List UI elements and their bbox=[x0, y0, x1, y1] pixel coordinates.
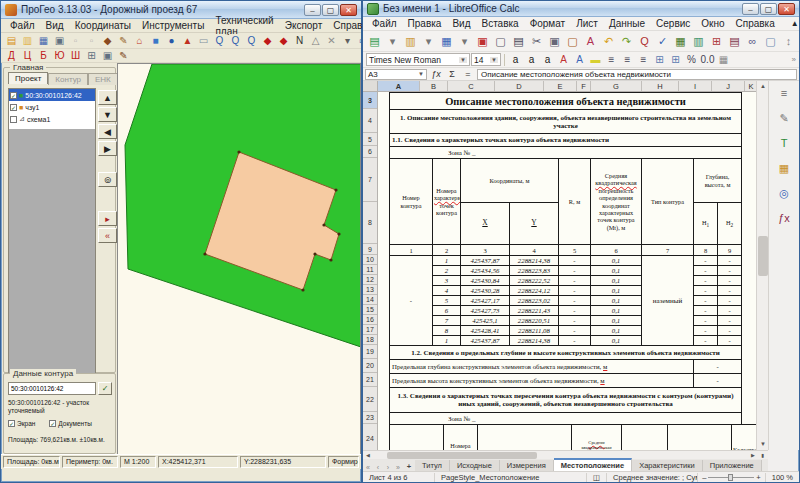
row-header-5[interactable]: 5 bbox=[363, 133, 377, 146]
doc-section-1-3[interactable]: 1.3. Сведения о характерных точках перес… bbox=[390, 388, 742, 413]
previous-sheet-icon[interactable]: ‹ bbox=[373, 464, 383, 471]
toolbar-icon[interactable]: ▦ bbox=[775, 160, 793, 176]
table-cell[interactable]: 2288224,12 bbox=[510, 286, 559, 296]
table-cell[interactable]: 425430,84 bbox=[461, 276, 510, 286]
table-cell[interactable]: 2 bbox=[433, 266, 461, 276]
toolbar-icon[interactable]: ▢ bbox=[492, 33, 509, 49]
toolbar-icon[interactable]: Д bbox=[4, 49, 19, 63]
status-page-style[interactable]: PageStyle_Местоположение bbox=[435, 473, 587, 482]
sheet-tab-Титул[interactable]: Титул bbox=[415, 460, 450, 471]
toolbar-icon[interactable]: ▢ bbox=[564, 33, 581, 49]
row-header-9[interactable]: 9 bbox=[363, 244, 377, 255]
toolbar-icon[interactable]: ◎ bbox=[775, 185, 793, 201]
toolbar-icon[interactable]: ≡ bbox=[775, 85, 793, 101]
toolbar-icon[interactable]: ▾ bbox=[384, 33, 401, 49]
map-nav-button[interactable]: ▸ bbox=[98, 211, 117, 226]
column-header-E[interactable]: E bbox=[544, 81, 577, 91]
vertex-point[interactable] bbox=[329, 258, 332, 261]
header2-depth-height[interactable]: Глубина, высота, м bbox=[668, 425, 732, 453]
table-cell[interactable]: 2288214,38 bbox=[510, 256, 559, 266]
header2-precision[interactable]: Средняя квадратическая погрешность опред… bbox=[572, 425, 622, 453]
toolbar-icon[interactable]: ▣ bbox=[474, 33, 491, 49]
table-cell[interactable]: - bbox=[559, 276, 591, 286]
row-header-8[interactable]: 8 bbox=[363, 202, 377, 244]
toolbar-icon[interactable]: ● bbox=[164, 34, 179, 48]
toolbar-icon[interactable]: ✎ bbox=[775, 110, 793, 126]
table-cell[interactable]: - bbox=[718, 326, 742, 336]
table-cell[interactable]: - bbox=[718, 316, 742, 326]
table-cell[interactable]: - bbox=[718, 266, 742, 276]
map-nav-button[interactable]: ▲ bbox=[98, 90, 117, 105]
row-header-16[interactable]: 16 bbox=[363, 315, 377, 325]
header-radius[interactable]: R, м bbox=[559, 159, 591, 245]
toolbar-icon[interactable]: Q bbox=[636, 33, 653, 49]
contour-number-input[interactable] bbox=[8, 382, 96, 395]
checkbox-icon[interactable] bbox=[10, 116, 17, 123]
toolbar-icon[interactable]: a bbox=[540, 53, 555, 67]
checkbox-icon[interactable]: ✓ bbox=[8, 420, 15, 427]
table-cell[interactable]: - bbox=[694, 276, 718, 286]
menu-item[interactable]: Справка bbox=[731, 18, 780, 29]
row-header-12[interactable]: 12 bbox=[363, 275, 377, 285]
toolbar-overflow-icon[interactable]: » bbox=[792, 55, 796, 64]
toolbar-icon[interactable]: ▦ bbox=[36, 34, 51, 48]
header2-contour-number[interactable]: Номер контура bbox=[390, 425, 444, 453]
table-cell[interactable]: 7 bbox=[433, 316, 461, 326]
vertex-point[interactable] bbox=[334, 188, 337, 191]
checkbox-icon[interactable]: ✓ bbox=[10, 92, 17, 99]
menu-item[interactable]: Вид bbox=[447, 18, 475, 29]
tab-project[interactable]: Проект bbox=[8, 72, 48, 84]
map-nav-button[interactable]: ▼ bbox=[98, 107, 117, 122]
table-cell[interactable]: - bbox=[718, 256, 742, 266]
select-all-corner[interactable] bbox=[363, 81, 378, 91]
header-h1[interactable]: Н1 bbox=[694, 203, 718, 245]
table-cell[interactable]: 0,1 bbox=[591, 316, 642, 326]
row-header-19[interactable]: 19 bbox=[363, 345, 377, 359]
row-header-20[interactable]: 20 bbox=[363, 359, 377, 373]
toolbar-icon[interactable]: 0.0 bbox=[700, 53, 715, 67]
menu-item[interactable]: Экспорт bbox=[280, 20, 328, 31]
header-precision[interactable]: Средняя квадратическая погрешность опред… bbox=[591, 159, 642, 245]
column-header-A[interactable]: A bbox=[378, 81, 420, 91]
maximize-button[interactable]: ▢ bbox=[322, 4, 339, 16]
tree-item-schema[interactable]: ⊿ схема1 bbox=[9, 113, 95, 125]
toolbar-icon[interactable]: ⊞ bbox=[668, 53, 683, 67]
toolbar-icon[interactable]: Q bbox=[244, 34, 259, 48]
tree-item-chzu[interactable]: ✓ ■ чзу1 bbox=[9, 101, 95, 113]
toolbar-icon[interactable]: Q bbox=[212, 34, 227, 48]
table-cell[interactable]: - bbox=[694, 336, 718, 346]
table-cell[interactable]: 8 bbox=[433, 326, 461, 336]
sum-icon[interactable]: Σ bbox=[445, 69, 459, 79]
toolbar-icon[interactable]: A bbox=[572, 53, 587, 67]
toolbar-icon[interactable]: ▬ bbox=[588, 53, 603, 67]
toolbar-icon[interactable]: ▣ bbox=[100, 49, 115, 63]
table-cell[interactable]: 2288222,52 bbox=[510, 276, 559, 286]
font-size-select[interactable]: 14▼ bbox=[471, 53, 501, 66]
toolbar-icon[interactable]: ⊞ bbox=[84, 49, 99, 63]
toolbar-icon[interactable]: Б bbox=[36, 49, 51, 63]
sheet-tab-Местоположение[interactable]: Местоположение bbox=[554, 458, 632, 471]
table-cell[interactable]: - bbox=[694, 286, 718, 296]
formula-input[interactable]: Описание местоположения объекта недвижим… bbox=[477, 69, 797, 80]
row-header-22[interactable]: 22 bbox=[363, 387, 377, 412]
font-name-select[interactable]: Times New Roman▼ bbox=[366, 53, 470, 66]
table-cell[interactable]: 425430,28 bbox=[461, 286, 510, 296]
table-cell[interactable]: - bbox=[694, 266, 718, 276]
toolbar-icon[interactable]: ▤ bbox=[510, 33, 527, 49]
tab-enk[interactable]: ЕНК bbox=[88, 73, 118, 85]
toolbar-icon[interactable]: ✕ bbox=[324, 34, 339, 48]
toolbar-icon[interactable]: Ю bbox=[52, 49, 67, 63]
doc-section-1-1[interactable]: 1.1. Сведения о характерных точках конту… bbox=[390, 134, 742, 147]
toolbar-icon[interactable]: ✎ bbox=[116, 49, 131, 63]
close-button[interactable]: ✕ bbox=[778, 3, 795, 15]
menu-item[interactable]: Вставка bbox=[476, 18, 523, 29]
apply-contour-button[interactable]: ✓ bbox=[98, 382, 112, 395]
toolbar-icon[interactable]: ▥ bbox=[402, 33, 419, 49]
zoom-slider[interactable]: – + bbox=[698, 473, 766, 482]
table-cell[interactable]: 2288214,38 bbox=[510, 336, 559, 346]
table-cell[interactable]: 2288223,02 bbox=[510, 296, 559, 306]
table-cell[interactable]: 1 bbox=[433, 336, 461, 346]
equals-icon[interactable]: = bbox=[461, 69, 475, 79]
toolbar-icon[interactable]: ◆ bbox=[260, 34, 275, 48]
table-cell[interactable]: 1 bbox=[433, 256, 461, 266]
